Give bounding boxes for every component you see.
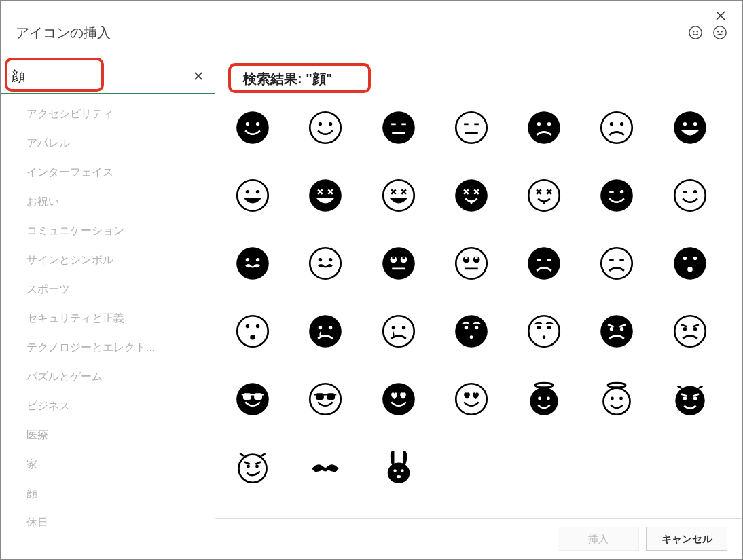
svg-point-65 (683, 257, 686, 260)
icon-hearts-outline[interactable] (452, 380, 490, 418)
icon-angry-outline[interactable] (671, 312, 709, 350)
svg-rect-59 (537, 259, 541, 261)
svg-point-38 (674, 180, 706, 211)
icon-neutral-solid[interactable] (380, 109, 418, 147)
icon-surprise-outline[interactable] (234, 312, 272, 350)
svg-point-102 (538, 397, 541, 400)
close-button[interactable] (711, 6, 730, 25)
icon-devil-outline[interactable] (234, 448, 272, 486)
svg-point-91 (693, 327, 697, 331)
svg-point-27 (683, 122, 686, 126)
icon-cry-outline[interactable] (380, 312, 418, 350)
category-item[interactable]: スポーツ (1, 275, 215, 304)
icon-mustache-outline[interactable] (306, 244, 344, 282)
svg-point-67 (687, 267, 693, 272)
category-item[interactable]: コミュニケーション (1, 217, 215, 246)
icon-tired-outline[interactable] (598, 244, 636, 282)
category-item[interactable]: インターフェイス (1, 158, 215, 187)
icon-wink-solid[interactable] (598, 176, 636, 214)
svg-point-26 (674, 111, 706, 144)
icon-halo-outline[interactable] (598, 380, 636, 418)
svg-point-109 (683, 396, 686, 400)
icon-hearts-solid[interactable] (380, 380, 418, 418)
svg-point-85 (543, 335, 546, 339)
icon-grin-outline[interactable] (234, 176, 272, 214)
icon-neutral-outline[interactable] (452, 109, 490, 147)
icon-mustache-only[interactable] (306, 448, 344, 486)
category-item[interactable]: 休日 (1, 508, 215, 538)
search-result-label: 検索結果: "顔" (235, 66, 340, 92)
icon-cry-solid[interactable] (306, 312, 344, 350)
category-item[interactable]: お祝い (1, 187, 215, 217)
icon-rolleyes-solid[interactable] (380, 244, 418, 282)
icon-mustache-solid[interactable] (234, 244, 272, 282)
icon-surprise-solid[interactable] (671, 244, 709, 282)
svg-point-101 (530, 388, 558, 415)
svg-point-29 (237, 180, 268, 211)
category-item[interactable]: 医療 (1, 421, 215, 450)
icon-smile-solid[interactable] (234, 109, 272, 147)
icon-grin-solid[interactable] (671, 109, 709, 147)
svg-point-50 (402, 257, 405, 259)
icon-wink-outline[interactable] (671, 176, 709, 214)
icon-sunglasses-outline[interactable] (306, 380, 344, 418)
svg-point-83 (537, 326, 541, 329)
svg-point-108 (675, 386, 704, 415)
category-list[interactable]: アクセシビリティアパレルインターフェイスお祝いコミュニケーションサインとシンボル… (1, 94, 215, 559)
insert-button[interactable]: 挿入 (558, 527, 639, 551)
icon-devil-solid[interactable] (671, 380, 709, 418)
svg-rect-60 (547, 259, 551, 261)
icon-tongue-squint-solid[interactable] (452, 176, 490, 214)
svg-point-106 (611, 397, 615, 400)
category-item[interactable]: 顔 (1, 479, 215, 508)
svg-rect-96 (316, 393, 324, 400)
icon-rolleyes-outline[interactable] (452, 244, 490, 282)
icon-scroll-area[interactable] (215, 99, 742, 518)
svg-point-8 (256, 122, 259, 126)
icon-worried-solid[interactable] (452, 312, 490, 350)
svg-point-2 (697, 31, 697, 32)
icon-angry-solid[interactable] (598, 312, 636, 350)
svg-point-52 (456, 248, 487, 279)
category-item[interactable]: パズルとゲーム (1, 362, 215, 392)
icon-halo-solid[interactable] (525, 380, 563, 418)
svg-point-99 (456, 384, 487, 415)
icon-rabbit[interactable] (380, 448, 418, 486)
icon-tongue-squint-outline[interactable] (525, 176, 563, 214)
category-item[interactable]: アクセシビリティ (1, 100, 215, 129)
icon-sunglasses-solid[interactable] (234, 380, 272, 418)
svg-point-31 (256, 190, 259, 193)
category-item[interactable]: サインとシンボル (1, 246, 215, 275)
icon-laugh-squint-solid[interactable] (306, 176, 344, 214)
smile-icon (688, 25, 703, 40)
svg-point-117 (396, 475, 401, 478)
icon-tired-solid[interactable] (525, 244, 563, 282)
icon-frown-solid[interactable] (525, 109, 563, 147)
svg-point-92 (236, 383, 269, 415)
category-item[interactable]: 家 (1, 450, 215, 479)
svg-point-5 (721, 31, 722, 32)
category-item[interactable]: アパレル (1, 129, 215, 158)
svg-point-40 (236, 247, 269, 280)
category-item[interactable]: ビジネス (1, 392, 215, 421)
svg-point-111 (238, 455, 266, 483)
category-item[interactable]: テクノロジーとエレクト... (1, 333, 215, 362)
svg-rect-63 (620, 259, 625, 261)
svg-point-68 (237, 316, 268, 347)
svg-point-115 (393, 469, 396, 472)
svg-point-78 (455, 315, 488, 348)
search-input[interactable] (12, 69, 189, 84)
icon-laugh-squint-outline[interactable] (380, 176, 418, 214)
svg-point-34 (455, 179, 488, 212)
cancel-button[interactable]: キャンセル (646, 527, 727, 551)
icon-worried-outline[interactable] (525, 312, 563, 350)
svg-point-36 (601, 179, 634, 212)
icon-smile-outline[interactable] (306, 109, 344, 147)
category-item[interactable]: セキュリティと正義 (1, 304, 215, 333)
icon-frown-outline[interactable] (598, 109, 636, 147)
svg-point-37 (620, 190, 623, 193)
svg-point-6 (236, 111, 269, 144)
svg-point-72 (309, 315, 342, 348)
clear-search-button[interactable] (189, 67, 208, 86)
svg-point-58 (528, 247, 560, 280)
